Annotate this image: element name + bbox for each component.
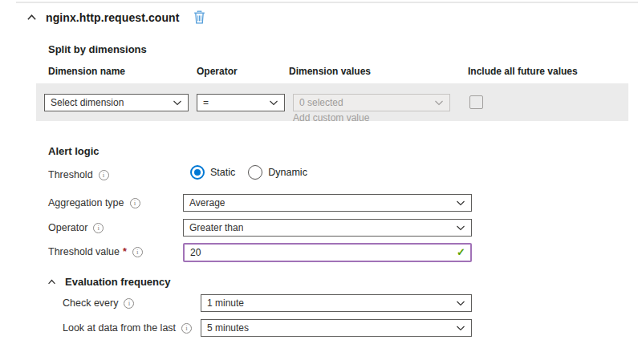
threshold-value-label: Threshold value xyxy=(48,246,120,257)
evaluation-frequency-title: Evaluation frequency xyxy=(65,276,170,288)
radio-static[interactable]: Static xyxy=(190,165,235,180)
required-asterisk: * xyxy=(123,246,127,257)
alert-condition-panel: nginx.http.request.count Split by dimens… xyxy=(0,0,642,364)
operator-dropdown-value: Greater than xyxy=(189,222,243,233)
chevron-down-icon xyxy=(173,98,182,107)
metric-header: nginx.http.request.count xyxy=(25,10,206,25)
dimension-values-dropdown[interactable]: 0 selected xyxy=(293,94,450,111)
split-by-dimensions-title: Split by dimensions xyxy=(48,43,147,55)
aggregation-type-dropdown-value: Average xyxy=(189,197,225,208)
radio-dynamic[interactable]: Dynamic xyxy=(248,165,307,180)
add-custom-value-link[interactable]: Add custom value xyxy=(293,112,369,123)
chevron-down-icon xyxy=(269,98,278,107)
threshold-type-radio-group: Static Dynamic xyxy=(190,165,320,180)
dimension-operator-dropdown-value: = xyxy=(203,97,209,108)
check-every-label-row: Check every i xyxy=(63,297,134,309)
info-icon[interactable]: i xyxy=(99,170,109,180)
radio-dynamic-label: Dynamic xyxy=(268,167,307,178)
info-icon[interactable]: i xyxy=(130,198,140,208)
aggregation-type-label-row: Aggregation type i xyxy=(48,197,140,208)
operator-dropdown[interactable]: Greater than xyxy=(183,219,472,237)
column-header-operator: Operator xyxy=(197,66,238,77)
dimension-row: Select dimension = 0 selected Add custom… xyxy=(36,83,628,121)
lookback-dropdown[interactable]: 5 minutes xyxy=(201,319,472,337)
info-icon[interactable]: i xyxy=(124,298,134,309)
radio-dot xyxy=(194,169,201,176)
delete-metric-trash-icon[interactable] xyxy=(193,10,206,25)
column-header-dimension-name: Dimension name xyxy=(48,66,125,77)
top-divider xyxy=(16,2,638,3)
check-every-dropdown[interactable]: 1 minute xyxy=(201,294,472,312)
chevron-down-icon xyxy=(456,323,465,333)
dimension-name-dropdown-value: Select dimension xyxy=(51,97,124,108)
threshold-label: Threshold xyxy=(48,169,93,180)
dimension-operator-dropdown[interactable]: = xyxy=(197,94,285,111)
chevron-down-icon xyxy=(456,223,465,233)
threshold-value-field: ✓ xyxy=(183,243,472,262)
info-icon[interactable]: i xyxy=(93,223,104,233)
include-future-values-checkbox[interactable] xyxy=(469,95,483,109)
dimension-values-dropdown-value: 0 selected xyxy=(299,97,343,108)
threshold-value-label-row: Threshold value * i xyxy=(48,246,143,257)
check-every-label: Check every xyxy=(63,297,118,309)
radio-dynamic-circle xyxy=(248,165,262,180)
column-header-dimension-values: Dimension values xyxy=(289,66,371,77)
chevron-down-icon xyxy=(456,298,465,308)
chevron-down-icon xyxy=(434,98,444,107)
dimension-name-dropdown[interactable]: Select dimension xyxy=(44,94,189,111)
threshold-value-input[interactable] xyxy=(183,243,472,262)
collapse-evaluation-frequency-chevron-icon[interactable] xyxy=(46,277,58,287)
operator-label-row: Operator i xyxy=(48,222,104,233)
chevron-down-icon xyxy=(456,198,465,208)
info-icon[interactable]: i xyxy=(181,323,192,334)
operator-label: Operator xyxy=(48,222,87,233)
check-every-dropdown-value: 1 minute xyxy=(207,297,244,309)
alert-logic-title: Alert logic xyxy=(48,145,100,157)
aggregation-type-dropdown[interactable]: Average xyxy=(183,194,472,212)
threshold-label-row: Threshold i xyxy=(48,169,109,180)
info-icon[interactable]: i xyxy=(132,247,143,257)
radio-static-circle xyxy=(190,165,205,180)
aggregation-type-label: Aggregation type xyxy=(48,197,124,208)
radio-static-label: Static xyxy=(210,167,235,178)
column-header-include-future-values: Include all future values xyxy=(468,66,578,77)
lookback-label-row: Look at data from the last i xyxy=(63,322,192,334)
evaluation-frequency-header: Evaluation frequency xyxy=(46,276,170,288)
lookback-dropdown-value: 5 minutes xyxy=(207,322,249,334)
collapse-metric-chevron-icon[interactable] xyxy=(25,11,39,23)
metric-title: nginx.http.request.count xyxy=(46,11,180,24)
lookback-label: Look at data from the last xyxy=(63,322,176,334)
